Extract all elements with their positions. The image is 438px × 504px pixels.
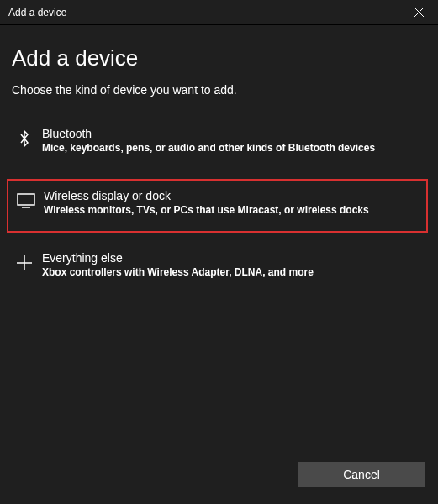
- monitor-icon: [13, 191, 39, 211]
- option-text: Bluetooth Mice, keyboards, pens, or audi…: [42, 127, 421, 154]
- option-desc: Xbox controllers with Wireless Adapter, …: [42, 266, 421, 278]
- option-desc: Mice, keyboards, pens, or audio and othe…: [42, 142, 421, 154]
- titlebar-title: Add a device: [8, 7, 66, 18]
- close-icon: [414, 8, 424, 17]
- content: Add a device Choose the kind of device y…: [0, 25, 438, 288]
- option-text: Wireless display or dock Wireless monito…: [44, 189, 421, 216]
- option-title: Wireless display or dock: [44, 189, 421, 202]
- option-text: Everything else Xbox controllers with Wi…: [42, 251, 421, 278]
- cancel-button[interactable]: Cancel: [298, 462, 425, 487]
- page-title: Add a device: [12, 45, 426, 71]
- option-title: Bluetooth: [42, 127, 421, 140]
- option-bluetooth[interactable]: Bluetooth Mice, keyboards, pens, or audi…: [12, 120, 426, 164]
- svg-rect-2: [18, 194, 34, 205]
- titlebar: Add a device: [0, 0, 438, 25]
- option-everything-else[interactable]: Everything else Xbox controllers with Wi…: [12, 244, 426, 288]
- option-desc: Wireless monitors, TVs, or PCs that use …: [44, 204, 421, 216]
- close-button[interactable]: [406, 0, 431, 25]
- page-subtitle: Choose the kind of device you want to ad…: [12, 83, 426, 97]
- bluetooth-icon: [12, 129, 37, 149]
- option-wireless-display[interactable]: Wireless display or dock Wireless monito…: [7, 179, 428, 233]
- option-title: Everything else: [42, 251, 421, 265]
- plus-icon: [12, 253, 37, 273]
- footer: Cancel: [298, 462, 425, 487]
